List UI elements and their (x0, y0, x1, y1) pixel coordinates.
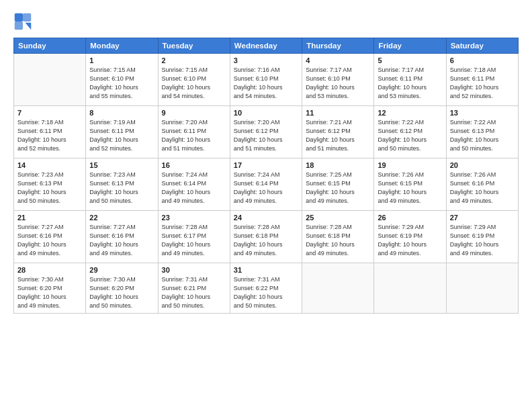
day-info: Sunrise: 7:24 AM Sunset: 6:14 PM Dayligh… (234, 171, 298, 205)
day-number: 22 (89, 214, 154, 222)
day-info: Sunrise: 7:17 AM Sunset: 6:10 PM Dayligh… (306, 66, 370, 101)
day-number: 19 (378, 161, 442, 169)
day-info: Sunrise: 7:27 AM Sunset: 6:16 PM Dayligh… (89, 223, 154, 258)
calendar-cell: 8Sunrise: 7:19 AM Sunset: 6:11 PM Daylig… (86, 106, 158, 158)
calendar-cell (374, 263, 446, 314)
weekday-header-tuesday: Tuesday (158, 38, 230, 54)
calendar-cell: 26Sunrise: 7:29 AM Sunset: 6:19 PM Dayli… (374, 211, 446, 263)
day-info: Sunrise: 7:26 AM Sunset: 6:15 PM Dayligh… (378, 171, 442, 205)
day-info: Sunrise: 7:31 AM Sunset: 6:21 PM Dayligh… (162, 275, 226, 310)
calendar-week-3: 21Sunrise: 7:27 AM Sunset: 6:16 PM Dayli… (14, 211, 519, 263)
svg-rect-2 (15, 21, 23, 30)
day-number: 16 (162, 161, 226, 169)
day-number: 2 (162, 56, 226, 64)
day-number: 30 (162, 266, 226, 274)
header (13, 12, 519, 31)
day-number: 29 (89, 266, 154, 274)
weekday-header-monday: Monday (86, 38, 158, 54)
day-info: Sunrise: 7:22 AM Sunset: 6:13 PM Dayligh… (450, 118, 515, 153)
calendar-cell: 2Sunrise: 7:15 AM Sunset: 6:10 PM Daylig… (158, 54, 230, 106)
day-info: Sunrise: 7:15 AM Sunset: 6:10 PM Dayligh… (162, 66, 226, 101)
calendar-cell: 5Sunrise: 7:17 AM Sunset: 6:11 PM Daylig… (374, 54, 446, 106)
calendar-cell: 16Sunrise: 7:24 AM Sunset: 6:14 PM Dayli… (158, 158, 230, 211)
day-number: 31 (234, 266, 298, 274)
day-number: 14 (17, 161, 82, 169)
weekday-header-wednesday: Wednesday (230, 38, 302, 54)
day-number: 25 (306, 214, 370, 222)
weekday-header-sunday: Sunday (14, 38, 86, 54)
day-info: Sunrise: 7:29 AM Sunset: 6:19 PM Dayligh… (450, 223, 515, 258)
day-number: 24 (234, 214, 298, 222)
calendar-cell: 11Sunrise: 7:21 AM Sunset: 6:12 PM Dayli… (302, 106, 374, 158)
day-number: 23 (162, 214, 226, 222)
day-info: Sunrise: 7:20 AM Sunset: 6:12 PM Dayligh… (234, 118, 298, 153)
day-number: 7 (17, 109, 82, 117)
calendar-cell: 1Sunrise: 7:15 AM Sunset: 6:10 PM Daylig… (86, 54, 158, 106)
calendar-page: SundayMondayTuesdayWednesdayThursdayFrid… (0, 0, 532, 411)
day-info: Sunrise: 7:23 AM Sunset: 6:13 PM Dayligh… (17, 171, 82, 205)
day-info: Sunrise: 7:28 AM Sunset: 6:18 PM Dayligh… (306, 223, 370, 258)
day-info: Sunrise: 7:19 AM Sunset: 6:11 PM Dayligh… (89, 118, 154, 153)
day-number: 17 (234, 161, 298, 169)
calendar-week-1: 7Sunrise: 7:18 AM Sunset: 6:11 PM Daylig… (14, 106, 519, 158)
day-number: 13 (450, 109, 515, 117)
day-info: Sunrise: 7:18 AM Sunset: 6:11 PM Dayligh… (450, 66, 515, 101)
day-info: Sunrise: 7:22 AM Sunset: 6:12 PM Dayligh… (378, 118, 442, 153)
day-number: 1 (89, 56, 154, 64)
calendar-week-2: 14Sunrise: 7:23 AM Sunset: 6:13 PM Dayli… (14, 158, 519, 211)
calendar-cell (302, 263, 374, 314)
calendar-cell: 20Sunrise: 7:26 AM Sunset: 6:16 PM Dayli… (446, 158, 518, 211)
calendar-cell (446, 263, 518, 314)
day-number: 15 (89, 161, 154, 169)
calendar-cell: 7Sunrise: 7:18 AM Sunset: 6:11 PM Daylig… (14, 106, 86, 158)
day-number: 12 (378, 109, 442, 117)
day-info: Sunrise: 7:21 AM Sunset: 6:12 PM Dayligh… (306, 118, 370, 153)
weekday-row: SundayMondayTuesdayWednesdayThursdayFrid… (14, 38, 519, 54)
day-info: Sunrise: 7:28 AM Sunset: 6:18 PM Dayligh… (234, 223, 298, 258)
calendar-cell: 21Sunrise: 7:27 AM Sunset: 6:16 PM Dayli… (14, 211, 86, 263)
weekday-header-friday: Friday (374, 38, 446, 54)
day-info: Sunrise: 7:20 AM Sunset: 6:11 PM Dayligh… (162, 118, 226, 153)
calendar-table: SundayMondayTuesdayWednesdayThursdayFrid… (13, 38, 519, 314)
svg-marker-3 (26, 23, 32, 30)
day-number: 10 (234, 109, 298, 117)
calendar-cell: 12Sunrise: 7:22 AM Sunset: 6:12 PM Dayli… (374, 106, 446, 158)
calendar-cell: 31Sunrise: 7:31 AM Sunset: 6:22 PM Dayli… (230, 263, 302, 314)
day-info: Sunrise: 7:23 AM Sunset: 6:13 PM Dayligh… (89, 171, 154, 205)
day-info: Sunrise: 7:30 AM Sunset: 6:20 PM Dayligh… (17, 275, 82, 310)
calendar-cell: 30Sunrise: 7:31 AM Sunset: 6:21 PM Dayli… (158, 263, 230, 314)
calendar-cell: 10Sunrise: 7:20 AM Sunset: 6:12 PM Dayli… (230, 106, 302, 158)
calendar-cell: 28Sunrise: 7:30 AM Sunset: 6:20 PM Dayli… (14, 263, 86, 314)
calendar-cell: 27Sunrise: 7:29 AM Sunset: 6:19 PM Dayli… (446, 211, 518, 263)
day-info: Sunrise: 7:31 AM Sunset: 6:22 PM Dayligh… (234, 275, 298, 310)
weekday-header-saturday: Saturday (446, 38, 518, 54)
day-number: 4 (306, 56, 370, 64)
logo-icon (13, 12, 32, 31)
calendar-cell (14, 54, 86, 106)
day-info: Sunrise: 7:30 AM Sunset: 6:20 PM Dayligh… (89, 275, 154, 310)
day-number: 26 (378, 214, 442, 222)
calendar-cell: 15Sunrise: 7:23 AM Sunset: 6:13 PM Dayli… (86, 158, 158, 211)
day-number: 27 (450, 214, 515, 222)
day-number: 8 (89, 109, 154, 117)
day-number: 20 (450, 161, 515, 169)
calendar-cell: 17Sunrise: 7:24 AM Sunset: 6:14 PM Dayli… (230, 158, 302, 211)
calendar-week-4: 28Sunrise: 7:30 AM Sunset: 6:20 PM Dayli… (14, 263, 519, 314)
day-number: 9 (162, 109, 226, 117)
day-info: Sunrise: 7:27 AM Sunset: 6:16 PM Dayligh… (17, 223, 82, 258)
calendar-cell: 24Sunrise: 7:28 AM Sunset: 6:18 PM Dayli… (230, 211, 302, 263)
calendar-cell: 23Sunrise: 7:28 AM Sunset: 6:17 PM Dayli… (158, 211, 230, 263)
calendar-cell: 4Sunrise: 7:17 AM Sunset: 6:10 PM Daylig… (302, 54, 374, 106)
calendar-header: SundayMondayTuesdayWednesdayThursdayFrid… (14, 38, 519, 54)
day-number: 18 (306, 161, 370, 169)
day-info: Sunrise: 7:17 AM Sunset: 6:11 PM Dayligh… (378, 66, 442, 101)
day-info: Sunrise: 7:28 AM Sunset: 6:17 PM Dayligh… (162, 223, 226, 258)
weekday-header-thursday: Thursday (302, 38, 374, 54)
calendar-cell: 18Sunrise: 7:25 AM Sunset: 6:15 PM Dayli… (302, 158, 374, 211)
svg-rect-1 (23, 13, 31, 21)
calendar-cell: 29Sunrise: 7:30 AM Sunset: 6:20 PM Dayli… (86, 263, 158, 314)
calendar-cell: 3Sunrise: 7:16 AM Sunset: 6:10 PM Daylig… (230, 54, 302, 106)
calendar-cell: 6Sunrise: 7:18 AM Sunset: 6:11 PM Daylig… (446, 54, 518, 106)
svg-rect-0 (15, 13, 23, 21)
calendar-cell: 14Sunrise: 7:23 AM Sunset: 6:13 PM Dayli… (14, 158, 86, 211)
